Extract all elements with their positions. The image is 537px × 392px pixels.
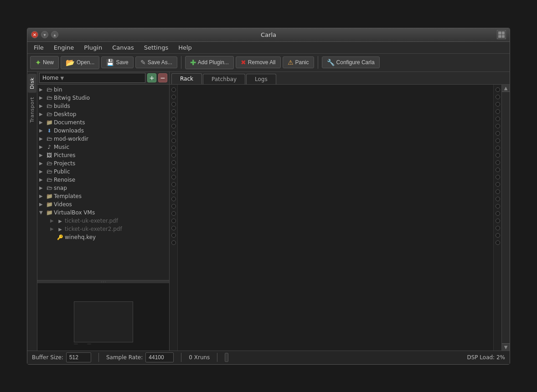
folder-icon-builds — [46, 103, 53, 109]
scroll-track — [502, 92, 510, 343]
jack-3 — [171, 102, 176, 107]
menu-plugin[interactable]: Plugin — [79, 43, 107, 52]
maximize-button[interactable]: ▴ — [51, 31, 58, 38]
add-plugin-button[interactable]: ✚ Add Plugin... — [185, 56, 234, 69]
tree-label-ticket2: ticket-uk-exeter2.pdf — [65, 226, 167, 232]
vtab-disk[interactable]: Disk — [28, 74, 36, 93]
mini-rack-preview — [74, 301, 133, 342]
tab-patchbay[interactable]: Patchbay — [203, 74, 245, 84]
tree-item-builds[interactable]: ▶ builds — [37, 102, 169, 110]
menu-settings[interactable]: Settings — [139, 43, 173, 52]
folder-icon-videos — [46, 201, 53, 208]
tree-item-bitwig[interactable]: ▶ Bitwig Studio — [37, 94, 169, 102]
tree-item-documents[interactable]: ▶ Documents — [37, 118, 169, 127]
menu-engine[interactable]: Engine — [49, 43, 79, 52]
mini-label-1: — — [74, 341, 78, 346]
tree-item-virtualbox[interactable]: ▼ VirtualBox VMs — [37, 209, 169, 217]
vtab-transport[interactable]: Transport — [28, 93, 36, 126]
menu-bar: File Engine Plugin Canvas Settings Help — [27, 42, 510, 54]
tree-label-desktop: Desktop — [54, 111, 167, 117]
remove-all-button[interactable]: ✖ Remove All — [236, 56, 281, 68]
new-button[interactable]: ✦ New — [30, 56, 59, 69]
rjack-2 — [496, 95, 500, 99]
rjack-7 — [496, 131, 500, 136]
rack-jacks-right — [493, 85, 501, 351]
tree-item-ticket2[interactable]: ▶ ticket-uk-exeter2.pdf — [37, 225, 169, 233]
jack-19 — [171, 219, 176, 223]
sample-rate-label: Sample Rate: — [106, 354, 143, 361]
folder-icon-public — [46, 168, 53, 175]
toolbar-separator-2 — [318, 56, 318, 69]
panic-label: Panic — [295, 59, 309, 66]
rack-content — [178, 85, 493, 351]
tree-item-projects[interactable]: ▶ Projects — [37, 159, 169, 168]
tab-logs[interactable]: Logs — [246, 74, 276, 84]
rjack-11 — [496, 160, 500, 165]
scroll-down-button[interactable]: ▼ — [502, 343, 510, 351]
tree-item-downloads[interactable]: ▶ Downloads — [37, 127, 169, 135]
tree-item-music[interactable]: ▶ Music — [37, 143, 169, 151]
tree-arrow-pictures: ▶ — [39, 153, 45, 158]
tree-item-bin[interactable]: ▶ bin — [37, 86, 169, 94]
jack-1 — [171, 87, 176, 92]
menu-canvas[interactable]: Canvas — [108, 43, 139, 52]
tree-label-downloads: Downloads — [54, 127, 167, 134]
tree-arrow-bitwig: ▶ — [39, 95, 45, 100]
rjack-22 — [496, 240, 500, 245]
tree-label-mod-workdir: mod-workdir — [54, 136, 167, 142]
preview-content: — — — [37, 283, 169, 351]
tree-label-videos: Videos — [54, 201, 167, 208]
rjack-19 — [496, 219, 500, 223]
tree-arrow-projects: ▶ — [39, 161, 45, 166]
add-location-button[interactable]: + — [147, 73, 156, 82]
scroll-up-button[interactable]: ▲ — [502, 85, 510, 92]
tree-item-mod-workdir[interactable]: ▶ mod-workdir — [37, 135, 169, 143]
buffer-size-select[interactable]: 512 64 128 256 1024 2048 — [66, 352, 91, 362]
remove-all-label: Remove All — [248, 59, 276, 66]
close-button[interactable]: ✕ — [31, 31, 38, 38]
folder-icon-downloads — [46, 127, 53, 134]
tree-item-templates[interactable]: ▶ Templates — [37, 192, 169, 200]
jack-12 — [171, 168, 176, 172]
rjack-18 — [496, 211, 500, 216]
tree-arrow-downloads: ▶ — [39, 128, 45, 133]
menu-help[interactable]: Help — [174, 43, 196, 52]
panic-button[interactable]: ⚠ Panic — [283, 56, 314, 68]
folder-icon-documents — [46, 119, 53, 126]
minimize-button[interactable]: ▾ — [41, 31, 48, 38]
location-selector[interactable]: Home ▼ — [39, 73, 145, 83]
tree-item-snap[interactable]: ▶ snap — [37, 184, 169, 192]
tree-item-ticket1[interactable]: ▶ ticket-uk-exeter.pdf — [37, 217, 169, 225]
title-bar: ✕ ▾ ▴ Carla — [27, 28, 510, 42]
tree-item-renoise[interactable]: ▶ Renoise — [37, 176, 169, 184]
remove-location-button[interactable]: − — [158, 73, 167, 82]
tab-rack[interactable]: Rack — [171, 73, 202, 84]
sample-rate-select[interactable]: 44100 22050 48000 88200 96000 — [145, 352, 174, 362]
tree-item-winehq[interactable]: winehq.key — [37, 233, 169, 241]
configure-button[interactable]: 🔧 Configure Carla — [322, 56, 380, 68]
vertical-tabs: Disk Transport — [27, 72, 37, 351]
save-label: Save — [116, 59, 128, 66]
save-button[interactable]: 💾 Save — [101, 56, 133, 68]
menu-file[interactable]: File — [29, 43, 48, 52]
tree-item-videos[interactable]: ▶ Videos — [37, 200, 169, 209]
configure-label: Configure Carla — [336, 59, 375, 66]
browser-header: Home ▼ + − — [37, 72, 169, 85]
tree-label-public: Public — [54, 168, 167, 175]
save-as-button[interactable]: ✎ Save As... — [135, 56, 177, 68]
rjack-13 — [496, 175, 500, 179]
tree-item-public[interactable]: ▶ Public — [37, 168, 169, 176]
open-button[interactable]: 📂 Open... — [61, 56, 99, 69]
tree-item-desktop[interactable]: ▶ Desktop — [37, 110, 169, 118]
tree-item-pictures[interactable]: ▶ Pictures — [37, 151, 169, 159]
sample-rate-item: Sample Rate: 44100 22050 48000 88200 960… — [106, 352, 174, 362]
grid-icon — [497, 30, 506, 39]
main-area: Disk Transport Home ▼ + − — [27, 72, 510, 351]
new-icon: ✦ — [35, 58, 41, 67]
jack-14 — [171, 182, 176, 187]
tree-arrow-ticket2: ▶ — [50, 226, 56, 231]
rack-area: ▲ ▼ — [170, 85, 510, 351]
tree-label-music: Music — [54, 144, 167, 150]
remove-icon: ✖ — [241, 59, 246, 66]
folder-icon-templates — [46, 193, 53, 199]
